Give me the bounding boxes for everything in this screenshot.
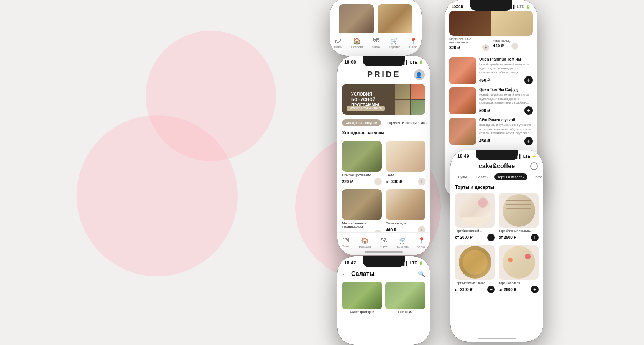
news-icon: 🏠 [353,37,361,45]
cake-price-2: от 2500 ₽ [499,235,516,239]
olives-img [342,141,382,172]
banner-img-3 [395,100,410,115]
cake-cat-cakes[interactable]: Торты и десерты [495,173,527,180]
tomyam-price-row-3: 450 ₽ + [479,137,533,145]
salo-name: Сало [386,173,426,177]
phone-cake-inner: 18:49 ▌▌▌ LTE ⚡ cake&coffee i Супы Салат… [450,150,543,342]
tomyam-battery-icon: 🔋 [526,5,531,9]
tomyam-name-1: Quen Plahmuk Том Ям [479,57,533,62]
cake-item-2: Торт блинный *заказа... от 2500 ₽ + [499,193,539,241]
cake-img-4 [499,245,539,280]
banner-line1: УСЛОВИЯ [351,91,386,97]
banner-line2: БОНУСНОЙ [351,97,386,102]
nav-menu-label: Меню [334,45,342,48]
pride-app-title: PRIDE [367,69,400,79]
tomyam-add-1[interactable]: + [524,76,533,84]
pride-banner[interactable]: УСЛОВИЯ БОНУСНОЙ ПРОГРАММЫ НАЖМИ, ЧТОБЫ … [342,84,426,115]
salaty-img-2 [385,282,426,309]
pride-avatar[interactable]: 👤 [414,69,425,80]
cake-name-4: Торт Наполеон ... [499,281,539,285]
cake-info-btn[interactable]: i [530,162,538,170]
cake-add-2[interactable]: + [531,234,539,241]
cake-img-1 [455,193,495,228]
cake-price-1: от 2000 ₽ [455,235,472,239]
about-icon: 📍 [409,37,417,45]
tomyam-img-3 [449,118,476,145]
salaty-back-btn[interactable]: ← [342,271,348,277]
pride-nav-menu[interactable]: 🍽 Меню [342,237,350,248]
pride-notch [363,56,405,66]
cake-app-title: cake&coffee [479,163,515,170]
tomyam-info-1: Quen Plahmuk Том Ям Новый яркий сливочны… [479,57,533,84]
top-add-1[interactable]: + [482,44,489,51]
cake-cat-soups[interactable]: Супы [455,173,470,180]
tomyam-price-3: 450 ₽ [479,139,490,144]
cake-price-3: от 2300 ₽ [455,287,472,292]
cake-price-row-2: от 2500 ₽ + [499,234,539,241]
salo-price-row: от 390 ₽ + [386,178,426,185]
nav-map[interactable]: 🗺 Карта [372,37,380,48]
tomyam-price-row-1: 450 ₽ + [479,76,533,84]
cake-name-3: Торт Медовик * заказ... [455,281,495,285]
pride-nav-news-label: Новости [359,245,371,248]
nav-about[interactable]: 📍 О нас [409,37,417,49]
nav-cart[interactable]: 🛒 Корзина [389,37,400,49]
olives-price-row: 220 ₽ + [342,178,382,185]
top-item-name-2: Филе сельди [493,39,518,43]
nav-menu[interactable]: 🍽 Меню [334,37,342,48]
pride-nav-news[interactable]: 🏠 Новости [359,237,371,248]
cake-item-3: Торт Медовик * заказ... от 2300 ₽ + [455,245,495,294]
pride-nav-about[interactable]: 📍 О нас [417,237,426,248]
salo-price: от 390 ₽ [386,179,402,184]
olives-add-btn[interactable]: + [374,178,382,185]
pride-banner-btn[interactable]: НАЖМИ, ЧТОБЫ УЗНАТЬ [347,106,385,111]
pride-about-icon: 📍 [418,237,426,244]
pride-nav-cart-label: Корзина [397,245,408,248]
salaty-search-btn[interactable]: 🔍 [418,270,426,277]
pride-category-tabs: Холодные закуски Горячие и пивные зак... [337,117,430,129]
decorative-blob-2 [146,31,276,161]
pride-app-header: PRIDE 👤 [337,66,430,82]
pride-herring-name: Филе сельди [386,221,426,225]
salaty-battery-icon: 🔋 [419,261,423,265]
salaty-name-2: Греческий [385,310,426,314]
pride-mushroom-img [342,189,382,220]
tomyam-add-2[interactable]: + [524,106,533,115]
tomyam-add-3[interactable]: + [524,137,533,145]
salaty-item-1: Салат Траттория [342,282,382,314]
tomyam-top-images [449,11,533,36]
cake-cat-coffee[interactable]: Кофе [531,173,543,180]
cake-name-2: Торт блинный *заказа... [499,229,539,233]
tomyam-time: 18:49 [452,4,463,9]
cake-add-3[interactable]: + [487,286,495,293]
olives-name: Оливки Греческие [342,173,382,177]
pride-nav-menu-label: Меню [342,244,350,248]
pride-item-mushroom: Маринованные шампиньоны 320 ₽ + [342,189,382,238]
tomyam-list: Quen Plahmuk Том Ям Новый яркий сливочны… [445,54,537,149]
pride-map-icon: 🗺 [381,237,387,244]
top-add-2[interactable]: + [511,43,518,50]
salo-add-btn[interactable]: + [418,178,426,185]
top-phone-nav: 🍽 Меню 🏠 Новости 🗺 Карта 🛒 Корзина 📍 О н… [330,33,422,56]
tomyam-img-1 [449,57,476,84]
cake-add-4[interactable]: + [531,286,539,293]
pride-mushroom-name: Маринованные шампиньоны [342,221,382,229]
phone-salaty-inner: 18:42 ▌▌▌ LTE 🔋 ← Салаты 🔍 Салат Траттор… [337,256,430,345]
tomyam-item-2: Quen Том Ям Сифуд Новый яркий сливочный … [449,87,533,115]
pride-nav-cart[interactable]: 🛒 Корзина [397,237,408,248]
pride-nav-map[interactable]: 🗺 Карта [380,237,388,248]
pride-menu-grid: Оливки Греческие 220 ₽ + Сало от 390 ₽ +… [337,138,430,241]
cake-name-1: Торт бисквитный ... [455,229,495,233]
tomyam-name-3: Сёю Рамен с уткой [479,118,533,122]
tomyam-desc-1: Новый яркий сливочный том-ям со щупальца… [479,63,533,74]
cat-tab-hot[interactable]: Горячие и пивные зак... [383,119,430,126]
cake-add-1[interactable]: + [487,234,495,241]
top-price-1: 320 ₽ [449,45,460,50]
cake-cat-salads[interactable]: Салаты [473,173,491,180]
tomyam-img-2 [449,87,476,114]
tomyam-notch [470,0,512,11]
nav-news[interactable]: 🏠 Новости [351,37,363,49]
herring-img [378,4,412,35]
cat-tab-cold[interactable]: Холодные закуски [342,119,381,126]
cake-price-row-4: от 2800 ₽ + [499,286,539,293]
